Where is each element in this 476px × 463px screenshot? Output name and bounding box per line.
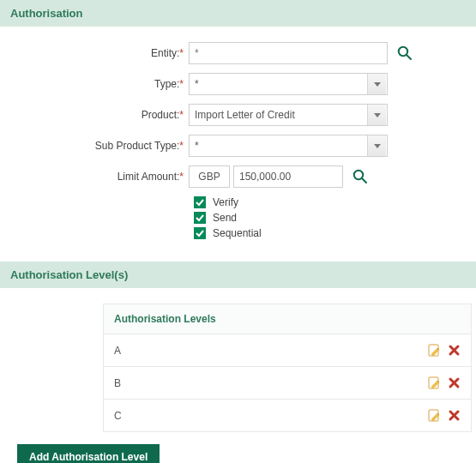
search-icon[interactable] [396,45,413,62]
edit-icon[interactable] [427,376,441,390]
levels-table: Authorisation Levels A B C [103,304,472,432]
authorisation-header: Authorisation [0,0,476,27]
sub-product-type-select[interactable]: * [189,135,388,157]
send-label: Send [213,212,237,224]
delete-icon[interactable] [448,409,461,422]
sub-product-type-select-value: * [195,140,199,152]
search-icon[interactable] [352,168,369,185]
type-select-value: * [195,78,199,90]
entity-input[interactable] [189,42,388,64]
limit-amount-input[interactable] [233,165,343,188]
sequential-label: Sequential [213,227,262,239]
chevron-down-icon [367,105,386,125]
levels-table-header: Authorisation Levels [104,304,471,334]
limit-amount-label: Limit Amount:* [17,171,189,183]
sequential-checkbox[interactable] [194,227,206,239]
delete-icon[interactable] [448,376,461,389]
entity-label: Entity:* [17,47,189,59]
level-cell: C [114,410,122,422]
add-authorisation-level-button[interactable]: Add Authorisation Level [17,444,160,463]
product-select-value: Import Letter of Credit [195,109,295,121]
level-cell: A [114,345,121,357]
currency-box[interactable]: GBP [189,165,230,188]
product-label: Product:* [17,109,189,121]
levels-header: Authorisation Level(s) [0,262,476,288]
edit-icon[interactable] [427,408,441,423]
table-row: A [104,334,471,367]
level-cell: B [114,377,121,389]
table-row: C [104,400,471,432]
type-select[interactable]: * [189,73,388,95]
sub-product-type-label: Sub Product Type:* [17,140,189,152]
edit-icon[interactable] [427,343,441,358]
table-row: B [104,367,471,400]
verify-label: Verify [213,196,238,208]
delete-icon[interactable] [448,344,461,357]
send-checkbox[interactable] [194,212,206,224]
type-label: Type:* [17,78,189,90]
verify-checkbox[interactable] [194,196,206,208]
chevron-down-icon [367,135,386,156]
authorisation-form: Entity:* Type:* * Product:* Import Lette… [0,42,476,262]
product-select[interactable]: Import Letter of Credit [189,104,388,126]
chevron-down-icon [367,74,386,94]
